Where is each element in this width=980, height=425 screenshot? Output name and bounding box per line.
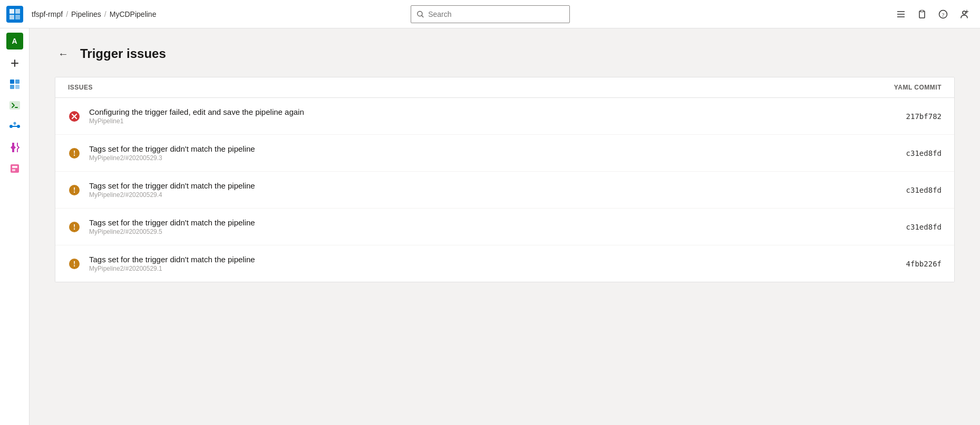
back-button[interactable]: ← [55,45,72,62]
pipelines-icon [8,120,21,133]
issue-title-3: Tags set for the trigger didn't match th… [89,218,255,227]
boards-icon [8,78,21,91]
svg-text:!: ! [73,260,76,268]
svg-rect-22 [15,80,20,84]
clipboard-icon-button[interactable] [913,5,932,24]
user-settings-icon [959,9,969,19]
table-row: ! Tags set for the trigger didn't match … [55,209,954,245]
yaml-commit-3: c31ed8fd [836,223,942,231]
row-left-1: ! Tags set for the trigger didn't match … [68,144,836,162]
warning-icon-2: ! [68,184,81,196]
row-left-4: ! Tags set for the trigger didn't match … [68,255,836,272]
issue-title-1: Tags set for the trigger didn't match th… [89,144,255,153]
search-icon [416,10,424,18]
issue-text-3: Tags set for the trigger didn't match th… [89,218,255,235]
svg-rect-23 [10,85,14,89]
sidebar-item-testplans[interactable] [5,138,24,157]
breadcrumb-pipelines[interactable]: Pipelines [71,10,101,18]
yaml-commit-0: 217bf782 [836,112,942,121]
table-header: Issues YAML Commit [55,77,954,98]
main-layout: A [0,28,980,425]
warning-icon-1: ! [68,147,81,160]
page-title: Trigger issues [80,46,166,61]
table-row: Configuring the trigger failed, edit and… [55,98,954,135]
svg-point-14 [966,11,968,12]
row-left-2: ! Tags set for the trigger didn't match … [68,181,836,199]
svg-text:!: ! [73,150,76,157]
sidebar-item-boards[interactable] [5,75,24,94]
svg-rect-1 [15,9,20,14]
warning-icon-3: ! [68,221,81,233]
repos-icon [8,99,21,112]
artifacts-icon [8,162,21,175]
issue-title-0: Configuring the trigger failed, edit and… [89,107,304,116]
sidebar-item-pipelines[interactable] [5,117,24,136]
svg-point-30 [13,122,16,125]
issue-title-2: Tags set for the trigger didn't match th… [89,181,255,190]
svg-rect-32 [11,164,19,173]
svg-point-28 [17,125,20,128]
svg-rect-25 [9,101,20,110]
issue-sub-0: MyPipeline1 [89,117,304,125]
col-issues: Issues [68,84,836,91]
yaml-commit-4: 4fbb226f [836,260,942,268]
yaml-commit-2: c31ed8fd [836,186,942,194]
issue-sub-1: MyPipeline2/#20200529.3 [89,154,255,162]
svg-rect-10 [920,10,924,12]
user-settings-icon-button[interactable] [955,5,974,24]
topbar-actions: ? [891,5,974,24]
yaml-commit-1: c31ed8fd [836,149,942,157]
issue-sub-4: MyPipeline2/#20200529.1 [89,265,255,272]
topbar: tfspf-rmpf / Pipelines / MyCDPipeline [0,0,980,28]
issue-title-4: Tags set for the trigger didn't match th… [89,255,255,264]
warning-icon-4: ! [68,258,81,270]
svg-text:?: ? [942,12,945,17]
svg-rect-21 [10,80,14,84]
svg-point-27 [9,125,13,128]
table-row: ! Tags set for the trigger didn't match … [55,172,954,209]
search-input[interactable] [428,10,564,18]
issue-text-4: Tags set for the trigger didn't match th… [89,255,255,272]
issue-text-1: Tags set for the trigger didn't match th… [89,144,255,162]
col-yaml-commit: YAML Commit [836,84,942,91]
breadcrumb-sep-1: / [66,10,68,18]
svg-rect-0 [9,9,14,14]
add-button[interactable] [5,54,24,73]
svg-line-5 [421,15,423,17]
table-row: ! Tags set for the trigger didn't match … [55,135,954,172]
testplans-icon [8,141,21,154]
breadcrumb: tfspf-rmpf / Pipelines / MyCDPipeline [32,10,156,18]
clipboard-icon [917,9,927,19]
table-row: ! Tags set for the trigger didn't match … [55,245,954,282]
svg-text:!: ! [73,186,76,194]
svg-rect-24 [15,85,20,89]
page-header: ← Trigger issues [55,45,955,62]
sidebar: A [0,28,30,425]
user-avatar[interactable]: A [6,33,23,50]
sidebar-item-artifacts[interactable] [5,159,24,178]
list-icon-button[interactable] [891,5,910,24]
svg-rect-33 [12,166,17,168]
help-icon: ? [938,9,948,19]
issues-table: Issues YAML Commit Configuring the trigg… [55,77,955,282]
list-icon [896,9,906,19]
svg-rect-34 [12,169,15,171]
main-content: ← Trigger issues Issues YAML Commit [30,28,980,425]
breadcrumb-org[interactable]: tfspf-rmpf [32,10,63,18]
svg-rect-2 [9,15,14,19]
issue-text-2: Tags set for the trigger didn't match th… [89,181,255,199]
breadcrumb-pipeline[interactable]: MyCDPipeline [110,10,157,18]
row-left-0: Configuring the trigger failed, edit and… [68,107,836,125]
issue-sub-2: MyPipeline2/#20200529.4 [89,191,255,199]
svg-text:!: ! [73,223,76,231]
sidebar-item-repos[interactable] [5,96,24,115]
add-icon [10,58,20,68]
search-box[interactable] [411,5,570,23]
issue-text-0: Configuring the trigger failed, edit and… [89,107,304,125]
issue-sub-3: MyPipeline2/#20200529.5 [89,228,255,235]
help-icon-button[interactable]: ? [934,5,953,24]
error-icon-0 [68,110,81,123]
svg-rect-3 [15,15,20,19]
row-left-3: ! Tags set for the trigger didn't match … [68,218,836,235]
app-logo[interactable] [6,6,23,23]
